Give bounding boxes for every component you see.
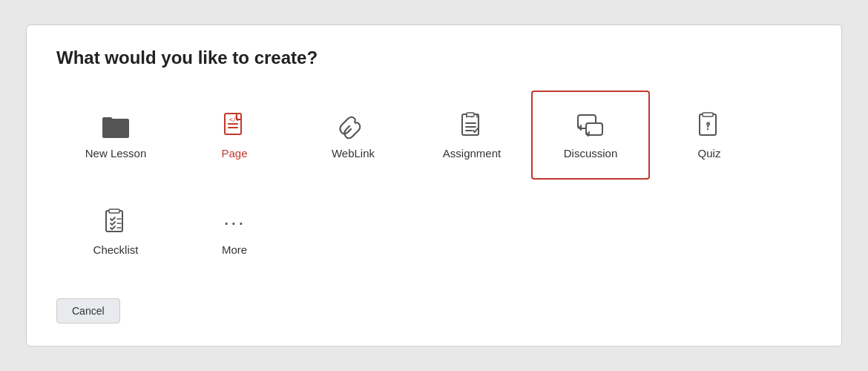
items-grid-row2: Checklist ··· More [56,187,812,276]
dialog-title: What would you like to create? [56,47,812,68]
svg-rect-8 [703,113,713,116]
link-icon [338,111,368,141]
item-assignment[interactable]: Assignment [412,91,531,180]
checklist-icon [101,208,131,237]
more-icon: ··· [220,208,249,237]
item-weblink[interactable]: WebLink [294,91,412,180]
create-dialog: What would you like to create? New Lesso… [26,24,842,347]
item-quiz-label: Quiz [698,147,721,160]
item-page-label: Page [221,147,247,160]
svg-rect-3 [462,114,479,135]
item-weblink-label: WebLink [332,147,375,160]
dialog-footer: Cancel [56,298,812,324]
item-quiz[interactable]: Quiz [650,91,769,180]
svg-rect-11 [109,209,119,213]
svg-text:</>: </> [229,116,240,123]
svg-rect-4 [467,113,474,116]
item-assignment-label: Assignment [443,147,501,160]
item-new-lesson-label: New Lesson [85,147,147,160]
assignment-icon [457,111,487,141]
svg-rect-0 [102,119,129,138]
item-discussion[interactable]: Discussion [531,91,650,180]
items-grid: New Lesson </> Page [56,91,812,180]
folder-icon [101,111,131,141]
discussion-icon [576,111,605,141]
item-page[interactable]: </> Page [175,91,294,180]
item-discussion-label: Discussion [564,147,618,160]
svg-rect-10 [106,211,122,232]
item-new-lesson[interactable]: New Lesson [56,91,175,180]
item-checklist[interactable]: Checklist [56,187,175,276]
page-icon: </> [220,111,249,141]
quiz-icon [694,111,724,141]
item-more-label: More [222,243,247,256]
item-more[interactable]: ··· More [175,187,294,276]
svg-point-9 [707,128,708,129]
cancel-button[interactable]: Cancel [56,298,120,324]
item-checklist-label: Checklist [93,243,139,256]
